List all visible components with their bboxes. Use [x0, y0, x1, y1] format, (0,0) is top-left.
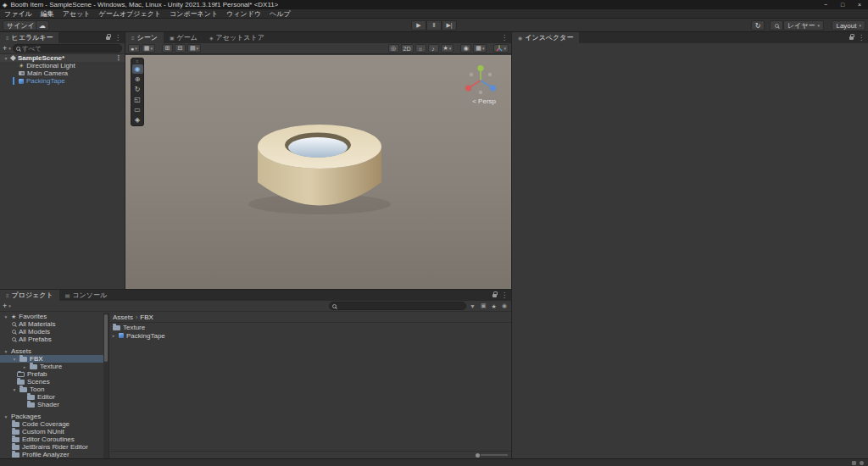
- scene-viewport[interactable]: ≡ ◉ ⊕ ↻ ◱ ▭ ◈ < Persp: [125, 55, 511, 289]
- perspective-mode-label[interactable]: < Persp: [472, 97, 496, 105]
- folder-row-texture[interactable]: ▸ Texture: [0, 363, 103, 370]
- content-item-texture[interactable]: Texture: [109, 323, 511, 331]
- transform-tool-button[interactable]: ◈: [132, 115, 143, 125]
- foldout-closed-icon[interactable]: ▸: [22, 364, 27, 369]
- kebab-menu-icon[interactable]: ⋮: [858, 35, 865, 42]
- breadcrumb-root[interactable]: Assets: [113, 313, 133, 321]
- tab-asset-store[interactable]: ◈ アセットストア: [203, 32, 270, 43]
- effects-dropdown[interactable]: ★ ▾: [441, 44, 454, 53]
- package-row-jetbrains-rider[interactable]: JetBrains Rider Editor: [0, 443, 103, 451]
- camera-settings-button[interactable]: ◎: [388, 44, 399, 53]
- move-tool-button[interactable]: ⊕: [132, 75, 143, 84]
- breadcrumb-current[interactable]: FBX: [140, 313, 153, 321]
- slider-thumb[interactable]: [476, 453, 480, 458]
- favorites-all-prefabs-row[interactable]: All Prefabs: [0, 336, 103, 343]
- foldout-open-icon[interactable]: ▼: [3, 414, 8, 419]
- search-by-type-icon[interactable]: ▼: [468, 303, 477, 309]
- foldout-open-icon[interactable]: ▼: [12, 357, 17, 362]
- menu-file[interactable]: ファイル: [0, 9, 36, 19]
- lock-icon[interactable]: [849, 36, 854, 40]
- view-options-dropdown[interactable]: ▦ ▾: [142, 44, 155, 53]
- hierarchy-scene-row[interactable]: ▼ SampleScene* ⋮: [0, 54, 125, 62]
- tool-handle-pivot-button[interactable]: ⊞: [162, 44, 173, 53]
- foldout-open-icon[interactable]: ▼: [3, 314, 8, 319]
- close-button[interactable]: ×: [851, 0, 868, 9]
- package-row-editor-coroutines[interactable]: Editor Coroutines: [0, 435, 103, 443]
- favorites-all-models-row[interactable]: All Models: [0, 328, 103, 336]
- tool-handle-rotation-button[interactable]: ⊟: [175, 44, 186, 53]
- menu-gameobject[interactable]: ゲームオブジェクト: [95, 9, 166, 19]
- lighting-toggle-button[interactable]: ☼: [415, 44, 426, 53]
- grid-visibility-dropdown[interactable]: ▦ ▾: [473, 44, 487, 53]
- rect-tool-button[interactable]: ▭: [132, 105, 143, 114]
- scale-tool-button[interactable]: ◱: [132, 95, 143, 104]
- menu-assets[interactable]: アセット: [58, 9, 95, 19]
- kebab-menu-icon[interactable]: ⋮: [115, 55, 125, 62]
- tab-console[interactable]: ▤ コンソール: [59, 290, 113, 301]
- tab-project[interactable]: ≡ プロジェクト: [0, 290, 59, 301]
- slider-track[interactable]: [481, 454, 508, 456]
- tab-scene[interactable]: ≡ シーン: [125, 32, 164, 43]
- 2d-toggle-button[interactable]: 2D: [401, 44, 414, 53]
- grid-snapping-dropdown[interactable]: ▤ ▾: [187, 44, 201, 53]
- scene-visibility-button[interactable]: ◉: [460, 44, 471, 53]
- project-search-input[interactable]: [338, 302, 463, 310]
- folder-row-toon[interactable]: ▼ Toon: [0, 386, 103, 393]
- overlay-drag-handle[interactable]: ≡: [136, 59, 139, 64]
- lock-icon[interactable]: [492, 294, 497, 297]
- hierarchy-item-main-camera[interactable]: Main Camera: [0, 69, 125, 77]
- rotate-tool-button[interactable]: ↻: [132, 85, 143, 94]
- step-button[interactable]: ▶|: [442, 20, 457, 31]
- hidden-packages-icon[interactable]: ◉: [500, 302, 509, 309]
- kebab-menu-icon[interactable]: ⋮: [114, 35, 121, 42]
- package-row-profile-analyzer[interactable]: Profile Analyzer: [0, 451, 103, 458]
- folder-row-fbx[interactable]: ▼ FBX: [0, 355, 103, 363]
- kebab-menu-icon[interactable]: ⋮: [501, 35, 508, 42]
- console-activity-icon[interactable]: [852, 461, 856, 465]
- cloud-services-button[interactable]: ☁: [36, 20, 49, 31]
- foldout-open-icon[interactable]: ▼: [3, 349, 8, 354]
- menu-edit[interactable]: 編集: [36, 9, 58, 19]
- favorites-all-materials-row[interactable]: All Materials: [0, 320, 103, 328]
- scene-orientation-gizmo[interactable]: [462, 62, 499, 99]
- tab-hierarchy[interactable]: ≡ ヒエラルキー: [0, 32, 58, 43]
- packing-tape-3d-object[interactable]: [125, 55, 511, 289]
- menu-component[interactable]: コンポーネント: [165, 9, 222, 19]
- kebab-menu-icon[interactable]: ⋮: [501, 292, 508, 299]
- audio-toggle-button[interactable]: ♪: [428, 44, 439, 53]
- foldout-open-icon[interactable]: ▼: [3, 56, 8, 61]
- scrollbar-thumb[interactable]: [104, 314, 108, 362]
- layout-dropdown[interactable]: Layout ▾: [832, 20, 865, 31]
- menu-help[interactable]: ヘルプ: [265, 9, 295, 19]
- packages-root-row[interactable]: ▼ Packages: [0, 413, 103, 420]
- chevron-down-icon[interactable]: ▾: [8, 46, 11, 51]
- pause-button[interactable]: Ⅱ: [426, 20, 442, 31]
- create-asset-button[interactable]: +: [3, 302, 7, 310]
- tab-game[interactable]: ▣ ゲーム: [164, 32, 203, 43]
- assets-root-row[interactable]: ▼ Assets: [0, 347, 103, 355]
- package-row-code-coverage[interactable]: Code Coverage: [0, 420, 103, 428]
- maximize-button[interactable]: □: [834, 0, 851, 9]
- gizmos-dropdown[interactable]: ▾: [493, 44, 509, 53]
- play-button[interactable]: ▶: [411, 20, 426, 31]
- favorites-root-row[interactable]: ▼ ★ Favorites: [0, 313, 103, 320]
- hierarchy-search-input[interactable]: [22, 45, 119, 53]
- foldout-open-icon[interactable]: ▼: [12, 387, 17, 392]
- lock-icon[interactable]: [106, 36, 110, 40]
- favorites-filter-icon[interactable]: ★: [490, 303, 498, 309]
- hierarchy-item-directional-light[interactable]: ☀ Directional Light: [0, 62, 125, 69]
- folder-row-editor[interactable]: Editor: [0, 393, 103, 401]
- undo-history-button[interactable]: ↻: [751, 20, 765, 31]
- search-by-label-icon[interactable]: ▣: [479, 302, 488, 309]
- folder-row-shader[interactable]: Shader: [0, 401, 103, 408]
- tab-inspector[interactable]: ◉ インスペクター: [512, 32, 579, 43]
- view-tool-button[interactable]: ◉: [132, 64, 143, 74]
- minimize-button[interactable]: −: [817, 0, 834, 9]
- layers-dropdown[interactable]: レイヤー ▾: [783, 20, 824, 31]
- add-gameobject-button[interactable]: +: [3, 44, 7, 53]
- folder-row-prefab[interactable]: Prefab: [0, 370, 103, 378]
- chevron-down-icon[interactable]: ▾: [8, 303, 11, 308]
- foldout-closed-icon[interactable]: ▸: [111, 333, 116, 338]
- progress-indicator-icon[interactable]: [860, 461, 864, 465]
- hierarchy-item-packingtape[interactable]: PackingTape: [0, 77, 125, 85]
